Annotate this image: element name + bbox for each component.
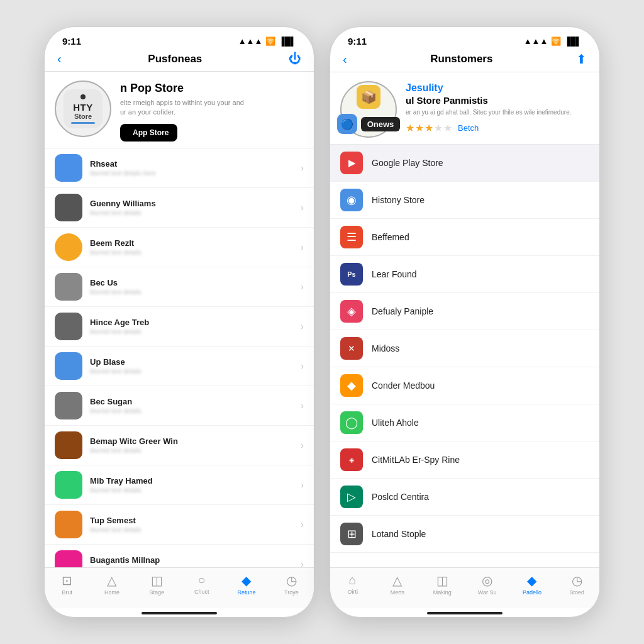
home-indicator: [427, 612, 502, 614]
app-icon: [55, 392, 82, 419]
app-name: Uliteh Ahole: [372, 418, 419, 428]
hero-text-left: n Pop Store elte rmeigh appis to withint…: [120, 80, 304, 142]
app-icon-bottom: 🔵: [337, 114, 357, 134]
wifi-icon-right: 🛜: [551, 36, 561, 46]
app-name-label: Jesulity: [406, 82, 589, 94]
nav-title-left: Pusfoneas: [148, 53, 202, 65]
list-item[interactable]: Rhseat blurred text details here ›: [45, 148, 314, 188]
tab-war-su[interactable]: ◎ War Su: [465, 573, 509, 596]
tab-label: Retune: [237, 589, 255, 596]
list-item[interactable]: Guenny Williams blurred text details ›: [45, 188, 314, 228]
chevron-right-icon: ›: [301, 401, 304, 411]
store-title-right: ul Store Panmistis: [406, 95, 589, 106]
tab-label: Brut: [62, 589, 72, 596]
chevron-right-icon: ›: [301, 242, 304, 252]
app-name: Lear Found: [372, 269, 417, 279]
list-item[interactable]: ☰ Beffemed: [330, 219, 599, 256]
app-icon: ✕: [340, 337, 363, 360]
tab-icon: ◆: [527, 573, 536, 588]
app-info: Beem Rezlt blurred text details: [90, 238, 293, 256]
list-item[interactable]: Mib Tray Hamed blurred text details ›: [45, 465, 314, 505]
list-item[interactable]: ◈ CitMitLAb Er-Spy Rine: [330, 441, 599, 479]
tab-icon: ◫: [436, 573, 448, 588]
list-item[interactable]: Tup Semest blurred text details ›: [45, 505, 314, 545]
right-phone: 9:11 ▲▲▲ 🛜 ▐█▌ ‹ Runstomers ⬆ 📦 🔵 Onews …: [330, 26, 600, 618]
tab-stage[interactable]: ◫ Stage: [135, 573, 179, 596]
list-item[interactable]: ◈ Defualy Paniple: [330, 293, 599, 330]
app-icon: Ps: [340, 263, 363, 286]
app-icon: ◈: [340, 300, 363, 323]
tab-label: Oirti: [347, 589, 358, 595]
app-icon: [55, 511, 82, 538]
list-item[interactable]: Bec Sugan blurred text details ›: [45, 386, 314, 426]
list-item[interactable]: Buagantis Millnap blurred text details ›: [45, 545, 314, 567]
tab-icon: ⌂: [349, 573, 357, 587]
app-info: Rhseat blurred text details here: [90, 159, 293, 177]
app-name: Histony Store: [372, 195, 425, 205]
chevron-right-icon: ›: [301, 559, 304, 567]
app-info: Up Blase blurred text details: [90, 357, 293, 375]
list-item[interactable]: Hince Age Treb blurred text details ›: [45, 307, 314, 347]
logo-sub: Store: [74, 113, 92, 120]
list-item[interactable]: ⊞ Lotand Stople: [330, 516, 599, 553]
tab-stoed[interactable]: ◷ Stoed: [555, 573, 599, 596]
betch-link[interactable]: Betch: [458, 123, 479, 133]
tab-icon: ◷: [572, 573, 582, 588]
list-item[interactable]: Ps Lear Found: [330, 256, 599, 293]
app-info: Guenny Williams blurred text details: [90, 199, 293, 216]
app-icon: ◆: [340, 374, 363, 397]
app-info: Tup Semest blurred text details: [90, 516, 293, 533]
logo-text: HTY: [73, 102, 93, 113]
tab-label: Merts: [391, 589, 405, 596]
app-icon: [55, 194, 82, 221]
back-button-left[interactable]: ‹: [57, 52, 62, 66]
tab-retune[interactable]: ◆ Retune: [224, 573, 269, 596]
app-icon: ◈: [340, 448, 363, 471]
app-icon: ⊞: [340, 523, 363, 545]
app-icon: [55, 352, 82, 380]
action-button-right[interactable]: ⬆: [576, 52, 587, 67]
tab-troye[interactable]: ◷ Troye: [269, 573, 314, 596]
hero-logo-circle: HTY Store: [55, 80, 111, 137]
battery-icon-right: ▐█▌: [564, 36, 582, 46]
app-info: Buagantis Millnap blurred text details: [90, 555, 293, 567]
app-icon: ◉: [340, 189, 363, 211]
list-item[interactable]: ◆ Conder Medbou: [330, 367, 599, 404]
list-item[interactable]: Bemap Witc Greer Win blurred text detail…: [45, 426, 314, 465]
app-list-left: Rhseat blurred text details here › Guenn…: [45, 148, 314, 567]
tab-padello[interactable]: ◆ Padello: [509, 573, 554, 596]
tab-icon: △: [107, 573, 116, 588]
hero-section-left: HTY Store n Pop Store elte rmeigh appis …: [45, 72, 314, 148]
tab-icon: ⊡: [62, 573, 72, 588]
tab-chuct[interactable]: ○ Chuct: [179, 573, 224, 596]
hero-section-right: 📦 🔵 Onews Jesulity ul Store Panmistis er…: [330, 72, 599, 145]
onews-button[interactable]: Onews: [361, 117, 401, 131]
list-item[interactable]: Bec Us blurred text details ›: [45, 267, 314, 307]
battery-icon-left: ▐█▌: [279, 36, 296, 46]
tab-icon: ◷: [286, 573, 297, 588]
tab-merts[interactable]: △ Merts: [375, 573, 419, 596]
action-button-left[interactable]: ⏻: [289, 52, 301, 66]
tab-oirti[interactable]: ⌂ Oirti: [330, 573, 375, 596]
app-name: Defualy Paniple: [372, 306, 433, 316]
chevron-right-icon: ›: [301, 321, 304, 331]
tab-home[interactable]: △ Home: [89, 573, 134, 596]
list-item[interactable]: ▶ Google Play Store: [330, 145, 599, 182]
app-store-button[interactable]: App Store: [120, 124, 177, 142]
list-item[interactable]: ◉ Histony Store: [330, 182, 599, 219]
tab-brut[interactable]: ⊡ Brut: [45, 573, 89, 596]
tab-making[interactable]: ◫ Making: [420, 573, 465, 596]
list-item[interactable]: Up Blase blurred text details ›: [45, 347, 314, 386]
list-item[interactable]: ✕ Midoss: [330, 330, 599, 367]
app-icon: ▷: [340, 486, 363, 508]
back-button-right[interactable]: ‹: [343, 52, 347, 67]
list-item[interactable]: ◯ Uliteh Ahole: [330, 404, 599, 441]
list-item[interactable]: ▷ Poslcd Centira: [330, 479, 599, 516]
hero-desc: elte rmeigh appis to withint you your an…: [120, 98, 304, 118]
hero-title: n Pop Store: [120, 82, 304, 95]
chevron-right-icon: ›: [301, 163, 304, 173]
tab-icon: ◫: [151, 573, 163, 588]
hero-logo-circle-right: 📦 🔵 Onews: [340, 81, 397, 138]
list-item[interactable]: Beem Rezlt blurred text details ›: [45, 228, 314, 267]
nav-bar-left: ‹ Pusfoneas ⏻: [45, 49, 314, 72]
